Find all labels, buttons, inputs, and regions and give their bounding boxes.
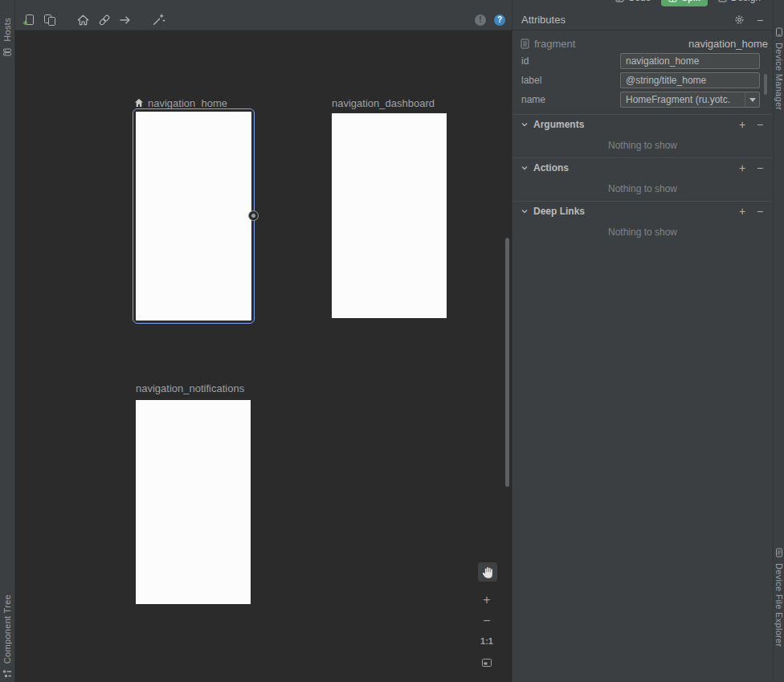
tab-code[interactable]: Code: [608, 0, 659, 6]
name-field-label: name: [521, 94, 620, 105]
assign-start-destination-icon[interactable]: [76, 13, 90, 27]
id-input[interactable]: navigation_home: [620, 53, 760, 69]
tool-button-hosts[interactable]: Hosts: [2, 18, 12, 57]
nav-graph-canvas[interactable]: navigation_home navigation_dashboard nav…: [15, 31, 512, 682]
section-arguments-header[interactable]: Arguments + −: [512, 114, 773, 133]
hide-panel-icon[interactable]: −: [753, 14, 766, 27]
label-field-row: label @string/title_home: [512, 71, 773, 90]
zoom-to-fit-icon[interactable]: [480, 655, 494, 670]
chevron-down-icon: [521, 164, 529, 172]
add-deeplink-icon[interactable]: +: [736, 205, 749, 218]
tool-button-component-tree[interactable]: Component Tree: [2, 594, 12, 679]
chevron-down-icon: [521, 207, 529, 215]
selected-component-row: fragment navigation_home: [512, 35, 773, 51]
nested-graph-icon[interactable]: [43, 13, 56, 27]
section-actions-header[interactable]: Actions + −: [512, 157, 773, 177]
name-dropdown-value: HomeFragment (ru.yotc.: [626, 94, 745, 105]
chevron-down-icon: [521, 120, 529, 129]
tab-split-label: Split: [681, 0, 700, 3]
nav-editor-toolbar: ! ?: [15, 0, 512, 31]
fragment-home-action-handle[interactable]: [248, 210, 259, 221]
fragment-notifications-preview[interactable]: [136, 400, 251, 604]
hosts-label: Hosts: [2, 18, 12, 42]
fragment-home-label: navigation_home: [148, 97, 227, 109]
pan-hand-icon[interactable]: [478, 562, 497, 582]
tab-split[interactable]: Split: [661, 0, 707, 6]
fragment-dashboard-preview[interactable]: [332, 113, 447, 318]
zoom-in-button[interactable]: +: [480, 593, 494, 607]
component-type-label: fragment: [534, 38, 575, 50]
component-tree-icon: [2, 669, 12, 679]
android-studio-navigation-editor: Code Split Design Hosts Component Tree D…: [0, 0, 784, 682]
id-field-label: id: [521, 55, 620, 67]
zoom-out-button[interactable]: −: [480, 614, 494, 628]
remove-deeplink-icon[interactable]: −: [753, 205, 766, 218]
fragment-home-label-row: navigation_home: [134, 96, 227, 109]
remove-action-icon[interactable]: −: [753, 161, 766, 174]
label-input[interactable]: @string/title_home: [620, 72, 760, 88]
label-field-label: label: [521, 75, 620, 86]
design-icon: [718, 0, 727, 2]
device-manager-icon: [775, 27, 783, 37]
action-arrow-icon[interactable]: [118, 13, 132, 27]
tool-button-device-file-explorer[interactable]: Device File Explorer: [774, 548, 784, 647]
fragment-icon: [521, 39, 529, 49]
chevron-down-icon[interactable]: [745, 92, 759, 107]
new-destination-icon[interactable]: [22, 13, 35, 27]
warnings-icon[interactable]: !: [475, 14, 486, 26]
fragment-dashboard-label: navigation_dashboard: [332, 97, 435, 109]
add-argument-icon[interactable]: +: [736, 118, 749, 131]
split-icon: [668, 0, 677, 2]
arguments-empty-text: Nothing to show: [512, 140, 773, 151]
fragment-home-screen[interactable]: [136, 112, 251, 321]
fragment-home-preview[interactable]: [133, 108, 255, 324]
fragment-notifications-label-row: navigation_notifications: [136, 382, 244, 394]
zoom-level-label: 1:1: [478, 635, 496, 647]
section-deeplinks-title: Deep Links: [533, 206, 585, 217]
id-input-value: navigation_home: [626, 55, 699, 67]
start-destination-home-icon: [134, 98, 144, 108]
attributes-scrollbar[interactable]: [764, 74, 767, 95]
left-tool-strip: Hosts Component Tree: [0, 0, 15, 682]
attributes-panel: Attributes − fragment navigation_home id…: [512, 0, 773, 682]
attributes-title: Attributes: [521, 14, 566, 26]
tool-button-device-manager[interactable]: Device Manager: [774, 27, 784, 110]
add-action-icon[interactable]: +: [736, 161, 749, 174]
auto-arrange-icon[interactable]: [152, 13, 165, 27]
right-tool-strip: Device Manager Device File Explorer: [773, 0, 784, 682]
id-field-row: id navigation_home: [512, 51, 773, 71]
device-file-explorer-icon: [775, 548, 783, 557]
canvas-vertical-scrollbar[interactable]: [505, 238, 509, 487]
fragment-notifications-label: navigation_notifications: [136, 382, 244, 394]
device-file-explorer-label: Device File Explorer: [774, 563, 784, 647]
gear-icon[interactable]: [733, 14, 745, 27]
component-tree-label: Component Tree: [2, 594, 12, 664]
section-arguments-title: Arguments: [533, 119, 584, 130]
toolbar-right-group: ! ?: [475, 14, 505, 26]
actions-empty-text: Nothing to show: [512, 183, 773, 194]
section-deeplinks-header[interactable]: Deep Links + −: [512, 201, 773, 220]
tab-design-label: Design: [731, 0, 761, 3]
deeplinks-empty-text: Nothing to show: [512, 227, 773, 238]
tab-code-label: Code: [628, 0, 651, 3]
help-icon[interactable]: ?: [494, 14, 505, 26]
name-dropdown[interactable]: HomeFragment (ru.yotc.: [620, 92, 760, 108]
name-field-row: name HomeFragment (ru.yotc.: [512, 90, 773, 109]
label-input-value: @string/title_home: [626, 75, 706, 86]
tab-design[interactable]: Design: [711, 0, 768, 6]
device-manager-label: Device Manager: [774, 43, 784, 110]
component-id-value: navigation_home: [688, 38, 768, 50]
fragment-dashboard-label-row: navigation_dashboard: [332, 96, 435, 109]
code-icon: [615, 0, 624, 2]
hosts-icon: [2, 47, 12, 57]
editor-mode-tab-bar: Code Split Design: [608, 0, 768, 7]
remove-argument-icon[interactable]: −: [753, 118, 766, 131]
section-actions-title: Actions: [533, 162, 569, 174]
attributes-content: fragment navigation_home id navigation_h…: [512, 31, 773, 238]
deep-link-icon[interactable]: [97, 13, 111, 27]
